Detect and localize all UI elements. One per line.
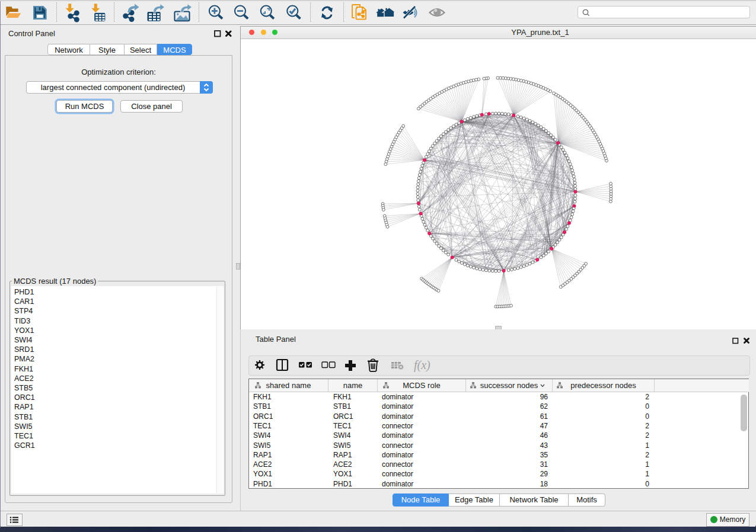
svg-text:f(x): f(x) (414, 358, 430, 372)
